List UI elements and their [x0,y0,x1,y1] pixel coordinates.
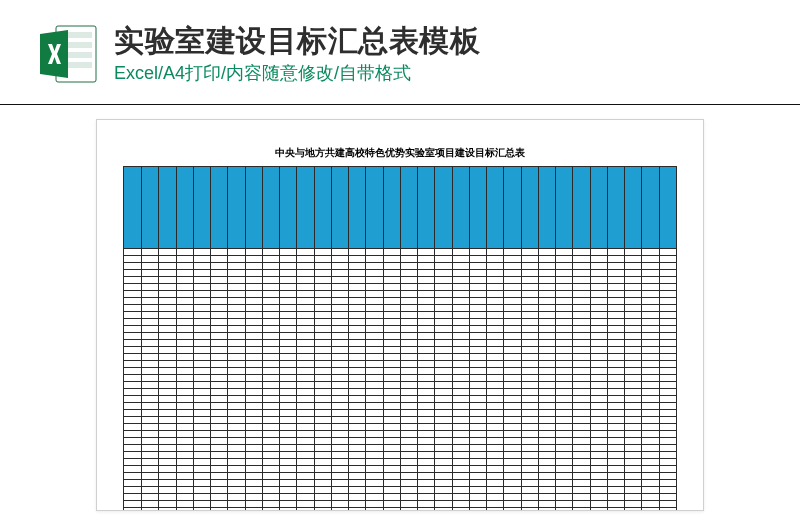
table-row [124,270,677,277]
table-cell [280,375,297,382]
table-cell [418,249,435,256]
table-cell [590,396,607,403]
table-cell [573,354,590,361]
table-cell [452,396,469,403]
table-cell [280,466,297,473]
table-cell [590,487,607,494]
table-cell [245,277,262,284]
table-cell [193,445,210,452]
table-row [124,291,677,298]
table-cell [349,480,366,487]
table-cell [659,340,677,347]
table-cell [452,291,469,298]
table-cell [590,466,607,473]
table-cell [556,508,573,512]
table-cell [245,305,262,312]
table-cell [383,508,400,512]
table-cell [538,312,555,319]
table-cell [487,459,504,466]
table-cell [538,277,555,284]
table-cell [573,333,590,340]
table-cell [400,354,417,361]
table-cell [366,284,383,291]
table-cell [607,277,624,284]
table-cell [521,340,538,347]
table-cell [211,424,228,431]
table-header-cell: 配套设施 [469,167,486,249]
table-cell [435,466,452,473]
table-cell [452,459,469,466]
table-cell [469,389,486,396]
table-cell [556,368,573,375]
table-cell [349,410,366,417]
table-cell [124,417,142,424]
table-cell [142,354,159,361]
table-cell [383,277,400,284]
table-cell [211,284,228,291]
table-cell [262,347,279,354]
table-cell [280,445,297,452]
table-cell [556,347,573,354]
table-cell [176,284,193,291]
table-cell [400,340,417,347]
table-cell [590,473,607,480]
table-cell [228,305,245,312]
table-cell [590,340,607,347]
table-cell [556,326,573,333]
table-cell [452,270,469,277]
table-cell [280,382,297,389]
table-cell [297,480,314,487]
table-cell [400,494,417,501]
table-cell [245,396,262,403]
table-cell [400,501,417,508]
table-cell [297,487,314,494]
table-cell [383,473,400,480]
table-cell [435,277,452,284]
table-cell [556,494,573,501]
table-cell [469,375,486,382]
table-cell [642,340,659,347]
table-cell [452,389,469,396]
table-cell [642,417,659,424]
table-cell [573,431,590,438]
table-cell [590,326,607,333]
table-cell [607,263,624,270]
table-cell [556,270,573,277]
table-cell [349,487,366,494]
table-cell [418,473,435,480]
table-cell [556,382,573,389]
table-cell [349,326,366,333]
table-cell [193,382,210,389]
table-cell [418,354,435,361]
table-cell [538,417,555,424]
table-cell [159,284,176,291]
table-cell [625,375,642,382]
table-cell [400,480,417,487]
table-cell [504,375,521,382]
table-cell [176,438,193,445]
table-cell [331,277,348,284]
table-cell [504,473,521,480]
table-cell [452,487,469,494]
table-cell [314,452,331,459]
table-cell [642,494,659,501]
table-cell [418,452,435,459]
table-cell [142,312,159,319]
table-cell [590,445,607,452]
table-cell [607,333,624,340]
table-cell [573,312,590,319]
table-cell [556,298,573,305]
table-cell [331,417,348,424]
table-cell [435,305,452,312]
table-cell [366,494,383,501]
table-cell [211,487,228,494]
table-cell [245,263,262,270]
table-cell [642,249,659,256]
table-cell [331,501,348,508]
table-cell [331,480,348,487]
table-cell [642,291,659,298]
table-cell [400,508,417,512]
table-row [124,480,677,487]
table-cell [642,368,659,375]
table-cell [418,389,435,396]
